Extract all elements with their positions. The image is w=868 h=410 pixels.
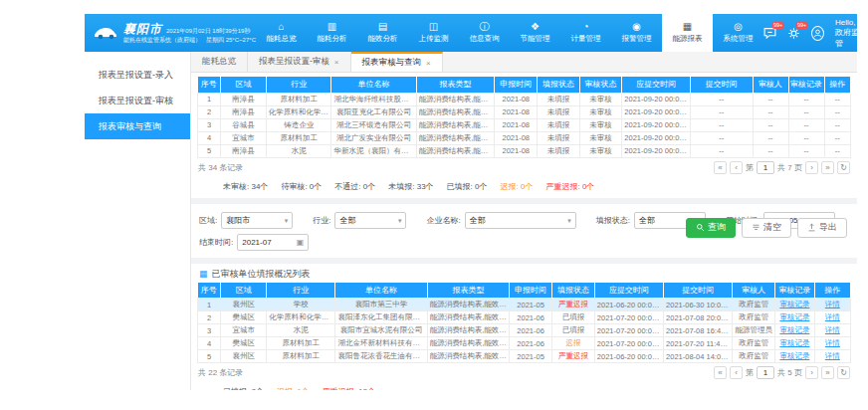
clear-button[interactable]: 清空 [742, 218, 791, 238]
first-page-button[interactable] [714, 161, 727, 174]
last-page-button[interactable] [821, 161, 834, 174]
table-row[interactable]: 1襄州区学校襄阳市第三中学能源消费结构表,能效指标值...2021-05严重迟报… [198, 299, 851, 311]
avatar[interactable] [811, 26, 824, 41]
company-select[interactable]: 全部 [465, 212, 576, 229]
sidebar-item-label: 报表审核与查询 [99, 121, 161, 131]
prev-page-button[interactable] [730, 366, 743, 379]
datetime: 2021年09月02日 18时39分19秒 [166, 28, 250, 36]
close-icon[interactable] [334, 58, 339, 67]
detail-link[interactable]: 详情 [825, 312, 840, 321]
column-header: 应提交时间 [594, 283, 663, 299]
tab-energy-overview[interactable]: 能耗总览 [191, 52, 248, 72]
page-prefix-label: 第 [746, 162, 754, 173]
detail-link[interactable]: 详情 [825, 325, 840, 334]
nav-system[interactable]: 系统管理 [713, 14, 763, 52]
nav-label: 能源报表 [673, 34, 703, 44]
region-select[interactable]: 襄阳市 [221, 212, 293, 229]
nav-energy-report[interactable]: 能源报表 [662, 14, 713, 52]
tab-report-audit-query[interactable]: 报表审核与查询 [351, 52, 443, 72]
stat-item: 迟报: 0个 [501, 181, 534, 192]
sidebar-item-report-audit-query[interactable]: 报表审核与查询 [85, 113, 190, 139]
nav-label: 能耗总览 [267, 34, 297, 44]
table-row[interactable]: 5襄州区原材料加工襄阳鲁花浓香花生油有限公司能源消费结构表,能效指标值...20… [198, 350, 851, 363]
table-row[interactable]: 5南漳县水泥华新水泥（襄阳）有限公司能源消费结构表,能效指标值...2021-0… [198, 144, 851, 157]
page-prefix-label: 第 [746, 367, 754, 378]
sidebar-item-report-audit-setup[interactable]: 报表呈报设置-审核 [85, 88, 190, 113]
refresh-button[interactable] [837, 161, 850, 174]
tab-report-setup-audit[interactable]: 报表呈报设置-审核 [248, 52, 351, 72]
upload-icon [429, 22, 438, 32]
table-row[interactable]: 4宜城市原材料加工湖北广发实业有限公司能源消费结构表,能效指标值...2021-… [198, 131, 851, 144]
detail-link[interactable]: 详情 [825, 300, 840, 308]
detail-link[interactable]: 详情 [825, 338, 840, 347]
table-row[interactable]: 1南漳县原材料加工湖北华海纤维科技股份有...能源消费结构表,能效指标值...2… [198, 93, 851, 105]
column-header: 填报状态 [538, 77, 580, 93]
sidebar-item-report-entry[interactable]: 报表呈报设置-录入 [85, 62, 190, 88]
detail-link[interactable]: 详情 [825, 351, 840, 360]
messages-button[interactable]: 99+ [763, 26, 776, 40]
stats-summary-table1: 未审核: 34个 待审核: 0个 不通过: 0个 未填报: 33个 已填报: 0… [197, 177, 851, 196]
pending-report-table: 序号区域行业单位名称报表类型申报时间填报状态审核状态应提交时间提交时间审核人审核… [197, 77, 851, 158]
export-button[interactable]: 导出 [797, 218, 847, 238]
brand: 襄阳市 2021年09月02日 18时39分19秒 能耗在线监管系统（政府端） … [85, 14, 256, 52]
nav-upload-monitor[interactable]: 上传监测 [408, 14, 459, 52]
end-date-input[interactable]: 2021-07 [237, 234, 309, 251]
message-badge: 99+ [771, 22, 784, 29]
audit-record-link[interactable]: 审核记录 [779, 312, 809, 321]
nav-energy-analysis[interactable]: 能耗分析 [307, 14, 357, 52]
filter-panel: 区域: 襄阳市 行业: 全部 [197, 206, 851, 256]
topbar: 襄阳市 2021年09月02日 18时39分19秒 能耗在线监管系统（政府端） … [85, 14, 857, 52]
nav-energy-saving[interactable]: 节能管理 [510, 14, 560, 52]
next-page-button[interactable] [805, 366, 818, 379]
refresh-button[interactable] [837, 366, 850, 379]
user-menu[interactable]: Hello,政府监管 [835, 18, 866, 49]
tab-content: 序号区域行业单位名称报表类型申报时间填报状态审核状态应提交时间提交时间审核人审核… [191, 73, 857, 390]
system-icon [734, 22, 743, 32]
nav-label: 计量管理 [571, 34, 601, 44]
nav-label: 报警管理 [622, 34, 652, 44]
audit-record-link[interactable]: 审核记录 [779, 351, 809, 360]
nav-energy-overview[interactable]: 能耗总览 [256, 14, 307, 52]
section-header: 已审核单位填报概况列表 [197, 266, 851, 283]
nav-label: 系统管理 [724, 34, 754, 44]
report-icon [683, 22, 692, 32]
doc-icon [378, 22, 387, 32]
filter-field: 结束时间: 2021-07 [199, 234, 309, 251]
stat-item: 已填报: 0个 [447, 181, 488, 192]
audit-record-link[interactable]: 审核记录 [779, 300, 809, 308]
page-input[interactable]: 1 [757, 161, 774, 174]
table-row[interactable]: 2樊城区化学原料和化学制品制造业襄阳泽东化工集团有限公司能源消费结构表,能效指标… [198, 311, 851, 324]
home-icon [278, 22, 284, 32]
last-page-button[interactable] [821, 366, 834, 379]
top-nav: 能耗总览 能耗分析 能效分析 上传监测 [256, 14, 763, 52]
audited-report-table: 序号区域行业单位名称报表类型申报时间填报状态应提交时间提交时间审核人审核记录操作… [197, 283, 851, 364]
industry-select[interactable]: 全部 [334, 212, 406, 229]
query-button[interactable]: 查询 [686, 218, 736, 238]
chevron-down-icon [285, 216, 289, 225]
close-icon[interactable] [426, 59, 431, 68]
first-page-button[interactable] [714, 366, 727, 379]
prev-page-button[interactable] [730, 161, 743, 174]
chart-icon [327, 22, 336, 32]
nav-metering[interactable]: 计量管理 [560, 14, 611, 52]
column-header: 申报时间 [510, 283, 552, 299]
filter-field: 区域: 襄阳市 [199, 212, 293, 229]
tab-label: 报表呈报设置-审核 [259, 56, 329, 68]
audit-record-link[interactable]: 审核记录 [779, 325, 809, 334]
page-input[interactable]: 1 [757, 366, 774, 379]
nav-alarm[interactable]: 报警管理 [611, 14, 662, 52]
nav-efficiency-analysis[interactable]: 能效分析 [357, 14, 408, 52]
table-row[interactable]: 3宜城市水泥襄阳市宜城水泥有限公司能源消费结构表,能效指标值...2021-06… [198, 324, 851, 337]
audit-record-link[interactable]: 审核记录 [779, 338, 809, 347]
table-row[interactable]: 2南漳县化学原料和化学制品制造业襄阳亚克化工有限公司能源消费结构表,能效指标值.… [198, 105, 851, 118]
table-row[interactable]: 3谷城县铸造企业湖北三环锻造有限公司能源消费结构表,能效指标值...2021-0… [198, 118, 851, 131]
next-page-button[interactable] [805, 161, 818, 174]
stat-item: 严重迟报: 13个 [323, 386, 375, 390]
table-row[interactable]: 4樊城区原材料加工湖北金环新材料科技有限公司能源消费结构表,能效指标值...20… [198, 337, 851, 350]
person-icon [812, 28, 823, 39]
alerts-button[interactable]: 99+ [787, 26, 800, 40]
stat-item: 不通过: 0个 [334, 181, 375, 192]
column-header: 区域 [220, 77, 266, 93]
nav-info-query[interactable]: 信息查询 [459, 14, 510, 52]
search-icon [696, 223, 705, 232]
